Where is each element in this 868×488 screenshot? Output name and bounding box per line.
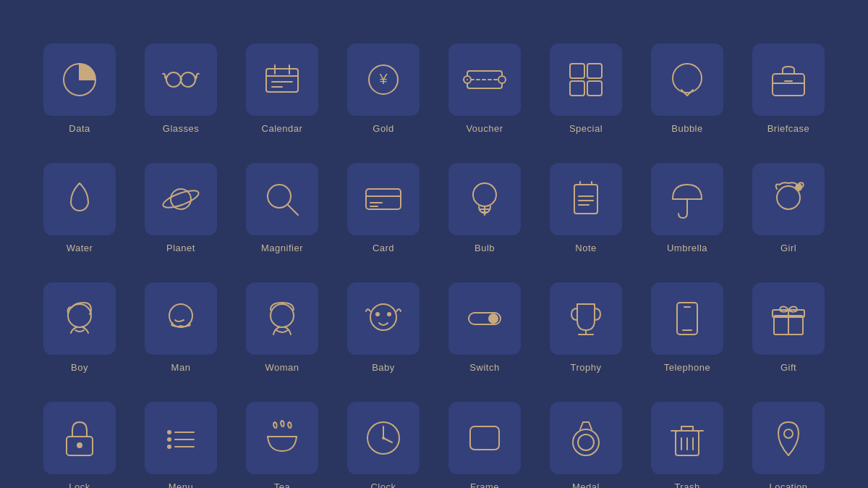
svg-point-87	[784, 429, 793, 438]
icon-box-frame	[448, 402, 521, 474]
bulb-label: Bulb	[475, 243, 495, 253]
svg-point-26	[673, 64, 702, 93]
planet-icon	[159, 177, 203, 221]
boy-label: Boy	[71, 362, 88, 373]
man-label: Man	[171, 362, 191, 373]
svg-point-52	[169, 304, 192, 327]
svg-point-81	[578, 434, 594, 450]
icon-item-girl: Girl	[741, 141, 835, 253]
baby-icon	[362, 297, 405, 340]
woman-icon	[260, 297, 304, 340]
briefcase-label: Briefcase	[767, 123, 810, 134]
calendar-label: Calendar	[262, 123, 303, 134]
icon-box-telephone	[651, 282, 723, 355]
trash-icon	[665, 416, 709, 460]
svg-point-55	[375, 312, 380, 316]
icon-item-calendar: Calendar	[235, 22, 329, 134]
frame-icon	[463, 416, 506, 460]
lock-label: Lock	[69, 481, 90, 488]
switch-label: Switch	[469, 362, 499, 373]
icon-item-telephone: Telephone	[640, 261, 734, 373]
svg-point-3	[166, 72, 181, 87]
svg-point-19	[498, 76, 506, 83]
gift-icon	[767, 297, 810, 340]
svg-rect-23	[587, 64, 602, 78]
gold-label: Gold	[373, 123, 393, 134]
svg-rect-9	[266, 69, 298, 92]
icon-box-trash	[651, 402, 723, 474]
lock-icon	[58, 416, 101, 460]
baby-label: Baby	[372, 362, 395, 373]
icon-item-menu: Menu	[134, 380, 228, 488]
icon-box-tea	[246, 402, 318, 474]
icon-item-medal: Medal	[539, 380, 633, 488]
svg-point-73	[167, 445, 171, 449]
svg-rect-27	[773, 74, 804, 96]
svg-rect-24	[570, 81, 584, 96]
svg-rect-79	[470, 426, 499, 450]
icon-grid: Data Glasses	[11, 0, 857, 488]
icon-box-menu	[145, 402, 217, 474]
icon-item-frame: Frame	[438, 380, 532, 488]
calendar-icon	[260, 58, 304, 101]
umbrella-label: Umbrella	[667, 243, 707, 253]
svg-point-53	[271, 304, 294, 327]
card-icon	[362, 177, 405, 221]
menu-label: Menu	[169, 481, 194, 488]
icon-item-data: Data	[33, 22, 127, 134]
icon-item-umbrella: Umbrella	[640, 141, 734, 253]
icon-item-man: Man	[134, 261, 228, 373]
icon-box-bulb	[448, 163, 521, 235]
icon-box-magnifier	[246, 163, 318, 235]
icon-box-calendar	[246, 43, 318, 116]
icon-box-clock	[347, 402, 420, 474]
icon-item-planet: Planet	[134, 141, 228, 253]
icon-box-girl	[752, 163, 825, 235]
icon-box-trophy	[550, 282, 622, 355]
svg-line-33	[288, 205, 298, 215]
gift-label: Gift	[780, 362, 796, 373]
icon-box-special	[550, 43, 622, 116]
medal-icon	[564, 416, 608, 460]
water-label: Water	[67, 243, 93, 253]
icon-item-woman: Woman	[235, 261, 329, 373]
icon-item-glasses: Glasses	[134, 22, 228, 134]
icon-item-voucher: Voucher	[438, 22, 532, 134]
svg-point-54	[370, 304, 396, 330]
glasses-label: Glasses	[163, 123, 199, 134]
icon-item-location: Location	[741, 380, 835, 488]
data-icon	[58, 58, 101, 101]
bubble-label: Bubble	[671, 123, 702, 134]
icon-item-special: Special	[539, 22, 633, 134]
svg-point-32	[268, 185, 291, 208]
icon-item-boy: Boy	[33, 261, 127, 373]
data-label: Data	[69, 123, 90, 134]
icon-item-lock: Lock	[33, 380, 127, 488]
location-label: Location	[769, 481, 807, 488]
svg-point-30	[171, 189, 191, 209]
note-icon	[564, 177, 608, 221]
card-label: Card	[373, 243, 394, 253]
icon-box-briefcase	[752, 43, 825, 116]
voucher-label: Voucher	[466, 123, 503, 134]
icon-item-briefcase: Briefcase	[741, 22, 835, 134]
icon-box-glasses	[145, 43, 217, 116]
gold-icon: ¥	[362, 58, 405, 101]
tea-label: Tea	[274, 481, 290, 488]
icon-box-boy	[43, 282, 116, 355]
svg-rect-22	[570, 64, 584, 78]
icon-box-bubble	[651, 43, 723, 116]
woman-label: Woman	[265, 362, 299, 373]
svg-point-31	[161, 188, 200, 211]
icon-item-baby: Baby	[336, 261, 430, 373]
svg-point-4	[181, 72, 195, 87]
medal-label: Medal	[572, 481, 600, 488]
svg-rect-42	[574, 185, 597, 214]
icon-item-clock: Clock	[336, 380, 430, 488]
icon-box-umbrella	[651, 163, 723, 235]
icon-item-magnifier: Magnifier	[235, 141, 329, 253]
svg-point-78	[382, 437, 385, 439]
svg-text:¥: ¥	[378, 71, 388, 87]
special-label: Special	[569, 123, 603, 134]
telephone-icon	[665, 297, 709, 340]
